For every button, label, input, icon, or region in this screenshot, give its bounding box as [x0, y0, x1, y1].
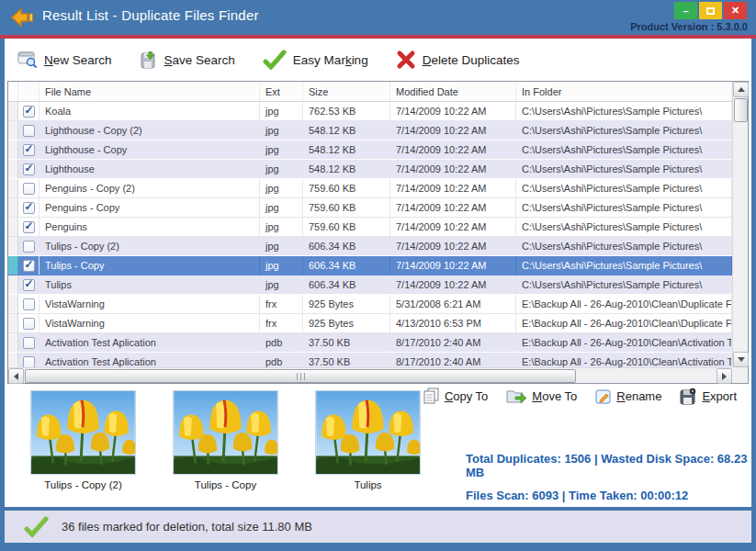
- header-in-folder[interactable]: In Folder: [516, 82, 732, 101]
- row-checkbox[interactable]: [23, 202, 35, 214]
- export-label: Export: [702, 389, 737, 403]
- maximize-button[interactable]: [699, 2, 722, 19]
- header-ext[interactable]: Ext: [260, 82, 303, 101]
- horizontal-scrollbar[interactable]: [8, 367, 732, 383]
- row-checkbox[interactable]: [23, 337, 35, 349]
- table-row[interactable]: Koala jpg 762.53 KB 7/14/2009 10:22 AM C…: [8, 102, 732, 121]
- header-checkbox[interactable]: [18, 82, 39, 101]
- row-checkbox[interactable]: [23, 298, 35, 310]
- scroll-right-button[interactable]: [717, 368, 732, 384]
- row-selector[interactable]: [8, 160, 18, 178]
- row-selector[interactable]: [8, 218, 18, 236]
- maximize-icon: [706, 7, 715, 15]
- rename-label: Rename: [616, 389, 661, 403]
- row-checkbox[interactable]: [23, 125, 35, 137]
- cell-file-name: Penguins - Copy: [39, 198, 260, 217]
- row-checkbox[interactable]: [23, 183, 35, 195]
- scroll-down-button[interactable]: [733, 352, 749, 367]
- cell-in-folder: E:\Backup All - 26-Aug-2010\Clean\Activa…: [516, 353, 732, 367]
- cell-ext: pdb: [260, 333, 303, 352]
- cell-ext: pdb: [260, 353, 303, 367]
- cell-file-name: Koala: [39, 102, 260, 120]
- row-checkbox[interactable]: [23, 279, 35, 291]
- row-checkbox[interactable]: [23, 241, 35, 253]
- table-row[interactable]: Lighthouse - Copy jpg 548.12 KB 7/14/200…: [8, 141, 732, 160]
- cell-modified-date: 4/13/2010 6:53 PM: [390, 314, 516, 332]
- scroll-left-button[interactable]: [8, 368, 24, 384]
- easy-marking-button[interactable]: Easy Marking: [263, 50, 368, 70]
- delete-duplicates-button[interactable]: Delete Duplicates: [396, 50, 520, 70]
- row-selector[interactable]: [8, 314, 18, 332]
- minimize-button[interactable]: –: [674, 2, 697, 19]
- preview-caption: Tulips: [354, 479, 381, 490]
- table-row[interactable]: Lighthouse jpg 548.12 KB 7/14/2009 10:22…: [8, 160, 732, 179]
- table-row[interactable]: Activation Test Aplication pdb 37.50 KB …: [8, 353, 732, 367]
- tulips-thumbnail-image[interactable]: [173, 390, 278, 475]
- cell-ext: jpg: [260, 198, 303, 217]
- table-row[interactable]: Tulips - Copy jpg 606.34 KB 7/14/2009 10…: [8, 256, 732, 276]
- table-row[interactable]: Penguins - Copy jpg 759.60 KB 7/14/2009 …: [8, 198, 732, 218]
- tulips-thumbnail-image[interactable]: [315, 390, 421, 475]
- table-row[interactable]: Penguins - Copy (2) jpg 759.60 KB 7/14/2…: [8, 179, 732, 198]
- row-selector[interactable]: [8, 179, 18, 197]
- app-window: Result List - Duplicate Files Finder – ✕…: [0, 0, 756, 551]
- table-row[interactable]: Lighthouse - Copy (2) jpg 548.12 KB 7/14…: [8, 121, 732, 141]
- header-size[interactable]: Size: [303, 82, 390, 101]
- cell-file-name: Tulips - Copy: [39, 256, 260, 275]
- cell-file-name: Tulips: [39, 276, 260, 294]
- header-file-name[interactable]: File Name: [39, 82, 260, 101]
- rename-button[interactable]: Rename: [595, 388, 661, 405]
- row-selector[interactable]: [8, 102, 18, 120]
- row-selector[interactable]: [8, 333, 18, 352]
- horizontal-scroll-thumb[interactable]: [25, 369, 576, 383]
- row-checkbox-cell: [18, 276, 39, 294]
- table-row[interactable]: VistaWarning frx 925 Bytes 4/13/2010 6:5…: [8, 314, 732, 333]
- vertical-scrollbar[interactable]: [732, 82, 748, 367]
- close-button[interactable]: ✕: [724, 2, 747, 19]
- row-checkbox-cell: [18, 353, 39, 367]
- copy-to-button[interactable]: Copy To: [423, 388, 488, 405]
- row-checkbox[interactable]: [23, 163, 35, 175]
- vertical-scroll-thumb[interactable]: [734, 98, 748, 122]
- table-row[interactable]: Tulips - Copy (2) jpg 606.34 KB 7/14/200…: [8, 237, 732, 256]
- row-selector[interactable]: [8, 121, 18, 140]
- arrow-up-icon: [738, 84, 745, 92]
- row-checkbox[interactable]: [23, 260, 35, 272]
- row-checkbox[interactable]: [23, 106, 35, 118]
- duplicates-wasted-space-stat: Total Duplicates: 1506 | Wasted Disk Spa…: [466, 452, 751, 479]
- export-button[interactable]: Export: [680, 388, 737, 405]
- table-row[interactable]: Tulips jpg 606.34 KB 7/14/2009 10:22 AM …: [8, 276, 732, 295]
- row-checkbox[interactable]: [23, 144, 35, 156]
- row-selector[interactable]: [8, 141, 18, 159]
- row-selector[interactable]: [8, 198, 18, 217]
- arrow-left-icon: [10, 373, 18, 380]
- row-checkbox[interactable]: [23, 318, 35, 330]
- row-checkbox-cell: [18, 295, 39, 313]
- tulips-thumbnail-image[interactable]: [30, 390, 136, 475]
- close-icon: ✕: [731, 5, 739, 17]
- save-search-button[interactable]: Save Search: [140, 51, 235, 69]
- cell-ext: jpg: [260, 160, 303, 178]
- cell-modified-date: 7/14/2009 10:22 AM: [390, 102, 516, 120]
- new-search-icon: [17, 51, 38, 68]
- cell-in-folder: C:\Users\Ashi\Pictures\Sample Pictures\: [516, 256, 732, 275]
- row-checkbox[interactable]: [23, 356, 35, 368]
- move-to-button[interactable]: Move To: [506, 388, 577, 404]
- new-search-button[interactable]: New Search: [17, 51, 112, 68]
- table-row[interactable]: VistaWarning frx 925 Bytes 5/31/2008 6:2…: [8, 295, 732, 314]
- row-selector[interactable]: [8, 276, 18, 294]
- files-scan-time-stat: Files Scan: 6093 | Time Taken: 00:00:12: [466, 489, 751, 502]
- row-selector[interactable]: [8, 353, 18, 367]
- row-selector[interactable]: [8, 256, 18, 275]
- delete-duplicates-label: Delete Duplicates: [423, 53, 520, 67]
- cell-ext: jpg: [260, 256, 303, 275]
- table-row[interactable]: Penguins jpg 759.60 KB 7/14/2009 10:22 A…: [8, 218, 732, 237]
- cell-file-name: VistaWarning: [39, 295, 260, 313]
- row-selector[interactable]: [8, 237, 18, 255]
- table-row[interactable]: Activation Test Aplication pdb 37.50 KB …: [8, 333, 732, 353]
- row-checkbox[interactable]: [23, 221, 35, 233]
- header-modified-date[interactable]: Modified Date: [390, 82, 516, 101]
- row-selector[interactable]: [8, 295, 18, 313]
- file-actions: Copy To Move To Rename: [423, 388, 737, 405]
- scroll-up-button[interactable]: [733, 82, 749, 97]
